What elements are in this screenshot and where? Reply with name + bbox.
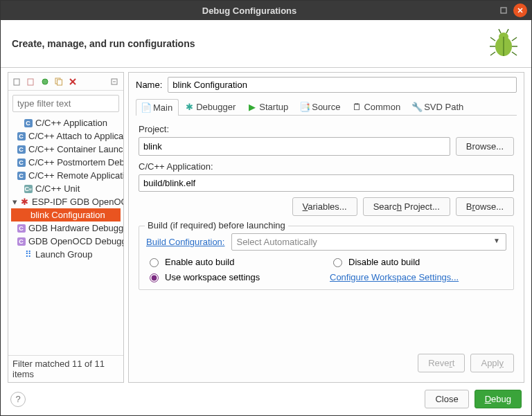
search-project-button[interactable]: Search Project... [363, 197, 450, 216]
close-icon [517, 7, 524, 14]
window-title: Debug Configurations [5, 6, 494, 16]
tree-item[interactable]: CC/C++ Application [11, 116, 121, 129]
application-label: C/C++ Application: [139, 161, 514, 172]
project-label: Project: [139, 124, 514, 134]
export-button[interactable] [39, 75, 51, 88]
svg-line-13 [506, 29, 508, 33]
tree-item[interactable]: CC/C++ Container Launcher [11, 143, 121, 156]
svg-rect-14 [14, 79, 19, 85]
filter-status: Filter matched 11 of 11 items [8, 355, 123, 382]
left-toolbar [8, 73, 123, 91]
application-browse-button[interactable]: Browse... [456, 197, 514, 216]
tree-item[interactable]: CGDB Hardware Debugging [11, 221, 121, 235]
debugger-tab-icon: ✱ [185, 103, 193, 111]
disable-auto-build-radio[interactable]: Disable auto build [330, 256, 506, 267]
revert-button[interactable]: Revert [418, 354, 465, 372]
maximize-button[interactable] [497, 3, 511, 17]
source-tab-icon: 📑 [301, 103, 309, 111]
svg-line-8 [490, 52, 495, 55]
new-config-button[interactable] [11, 75, 24, 88]
maximize-icon [500, 7, 507, 14]
svg-rect-0 [501, 8, 506, 13]
tab-common[interactable]: 🗒Common [346, 98, 407, 115]
filter-input[interactable] [12, 95, 119, 112]
svg-rect-15 [28, 79, 33, 85]
debug-button[interactable]: Debug [475, 390, 522, 408]
bug-icon [487, 27, 520, 60]
tab-main[interactable]: 📄Main [136, 99, 179, 116]
main-content: CC/C++ Application CC/C++ Attach to Appl… [1, 68, 531, 383]
titlebar: Debug Configurations [1, 1, 531, 20]
name-label: Name: [136, 80, 162, 90]
svd-tab-icon: 🔧 [413, 103, 421, 111]
variables-button[interactable]: Variables... [292, 197, 357, 216]
tree-item[interactable]: CC/C++ Postmortem Debugger [11, 156, 121, 169]
use-workspace-settings-radio[interactable]: Use workspace settings [146, 271, 323, 282]
close-button[interactable]: Close [425, 390, 468, 408]
build-configuration-link[interactable]: Build Configuration: [146, 237, 224, 247]
collapse-all-button[interactable] [108, 75, 121, 88]
tree-item-blink-configuration[interactable]: blink Configuration [11, 208, 121, 221]
startup-tab-icon: ▶ [248, 103, 256, 111]
project-browse-button[interactable]: Browse... [456, 137, 514, 156]
application-input[interactable] [139, 174, 514, 192]
tree-item-esp-idf[interactable]: ▾✱ESP-IDF GDB OpenOCD Debugging [11, 195, 121, 208]
build-group-title: Build (if required) before launching [145, 220, 288, 230]
project-input[interactable] [139, 137, 450, 156]
main-tab-icon: 📄 [142, 104, 150, 112]
configurations-tree[interactable]: CC/C++ Application CC/C++ Attach to Appl… [8, 116, 123, 355]
help-button[interactable]: ? [10, 392, 26, 407]
tree-item[interactable]: CGDB OpenOCD Debugging [11, 235, 121, 248]
delete-button[interactable] [66, 75, 79, 88]
tab-bar: 📄Main ✱Debugger ▶Startup 📑Source 🗒Common… [136, 98, 517, 116]
svg-point-16 [42, 79, 48, 84]
dialog-title: Create, manage, and run configurations [12, 38, 487, 49]
tree-item[interactable]: CC/C++ Attach to Application [11, 129, 121, 143]
svg-line-9 [512, 37, 517, 41]
svg-line-11 [512, 52, 517, 55]
svg-line-6 [490, 37, 495, 41]
main-tab-content: Project: Browse... C/C++ Application: Va… [136, 116, 517, 378]
configuration-editor: Name: 📄Main ✱Debugger ▶Startup 📑Source 🗒… [128, 72, 524, 383]
svg-line-12 [499, 29, 501, 33]
dialog-button-bar: ? Close Debug [1, 383, 531, 415]
dialog-header: Create, manage, and run configurations [1, 20, 531, 68]
new-prototype-button[interactable] [25, 75, 37, 88]
debug-configurations-window: Debug Configurations Create, manage, and… [0, 0, 532, 416]
duplicate-button[interactable] [53, 75, 65, 88]
tree-item[interactable]: CC/C++ Remote Application [11, 169, 121, 182]
tree-item[interactable]: ⠿Launch Group [11, 248, 121, 261]
tab-startup[interactable]: ▶Startup [242, 98, 294, 115]
configuration-name-input[interactable] [168, 77, 517, 93]
build-configuration-select[interactable]: Select Automatically [231, 233, 506, 251]
tab-source[interactable]: 📑Source [294, 98, 346, 115]
configure-workspace-settings-link[interactable]: Configure Workspace Settings... [330, 272, 506, 282]
tab-svd-path[interactable]: 🔧SVD Path [407, 98, 470, 115]
common-tab-icon: 🗒 [353, 103, 361, 111]
svg-rect-18 [57, 80, 62, 85]
close-window-button[interactable] [513, 3, 527, 17]
build-before-launch-group: Build (if required) before launching Bui… [139, 226, 514, 290]
apply-button[interactable]: Apply [470, 354, 514, 372]
enable-auto-build-radio[interactable]: Enable auto build [146, 256, 323, 267]
tree-item[interactable]: CuC/C++ Unit [11, 182, 121, 195]
tab-debugger[interactable]: ✱Debugger [179, 98, 242, 115]
configurations-panel: CC/C++ Application CC/C++ Attach to Appl… [8, 72, 124, 383]
